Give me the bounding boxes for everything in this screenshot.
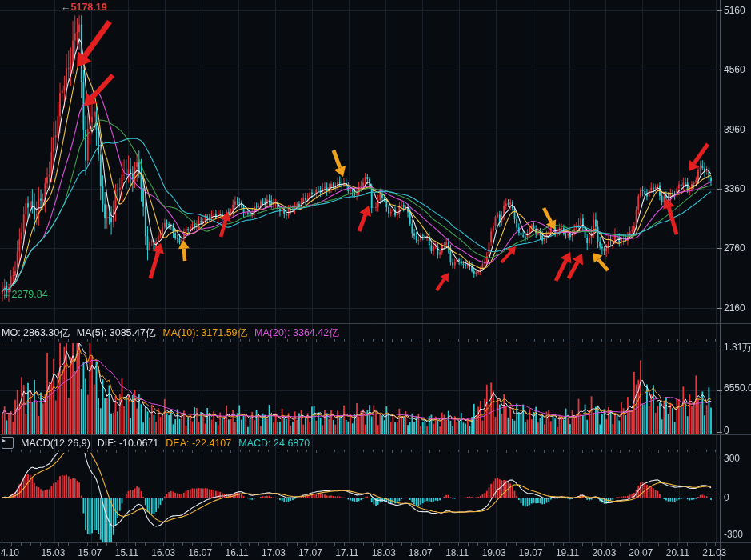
chart-canvas[interactable]: [0, 0, 751, 560]
stock-chart-app: ←5178.19 ←2279.84 MO: 2863.30亿MA(5): 308…: [0, 0, 751, 560]
